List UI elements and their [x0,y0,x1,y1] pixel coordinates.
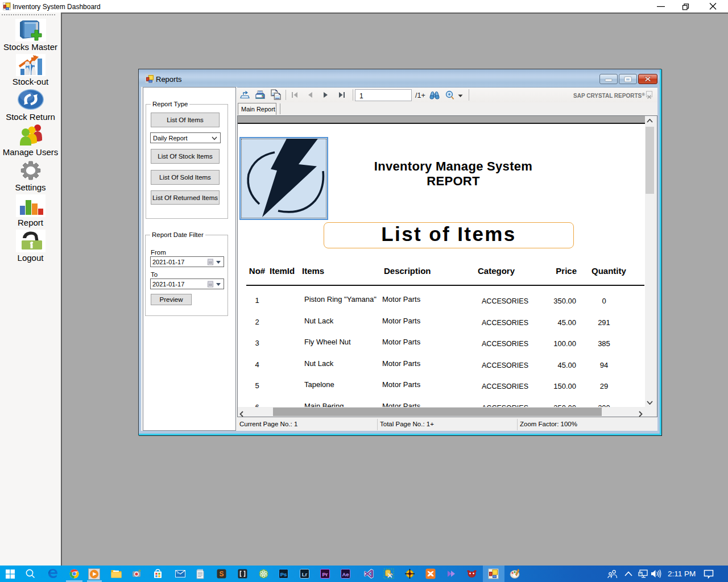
svg-text:Ps: Ps [280,571,287,577]
svg-text:Lr: Lr [302,571,308,577]
svg-text:S: S [219,570,224,578]
svg-text:Pr: Pr [322,571,328,577]
svg-text:Ae: Ae [342,571,349,577]
